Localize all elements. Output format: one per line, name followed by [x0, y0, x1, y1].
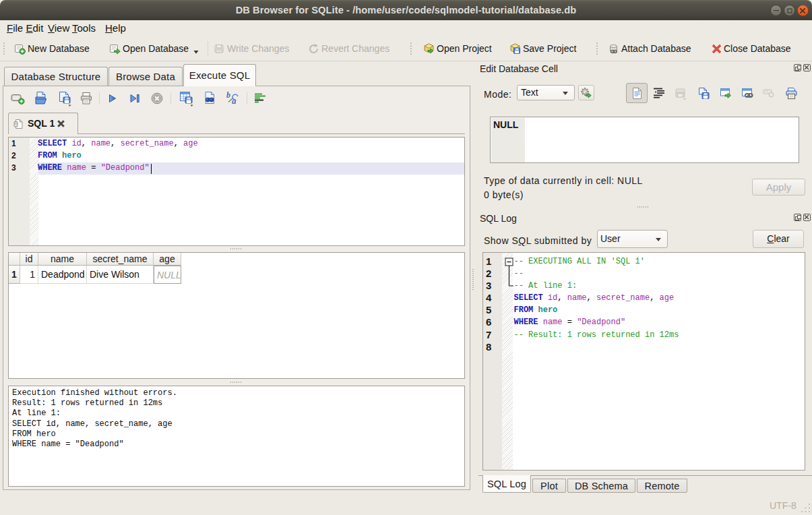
svg-text:b: b	[226, 91, 230, 100]
